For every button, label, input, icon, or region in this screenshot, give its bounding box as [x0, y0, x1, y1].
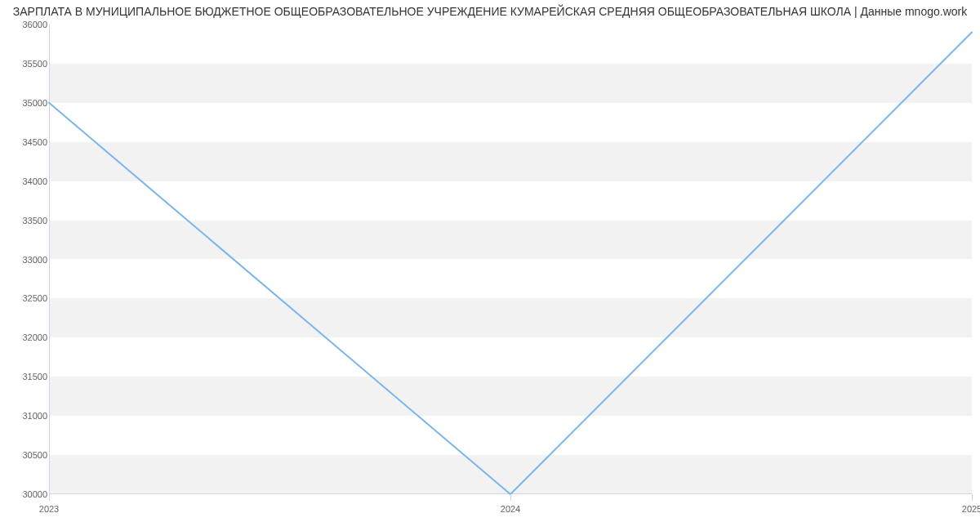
- line-layer: [49, 25, 972, 494]
- y-tick-label: 30000: [7, 489, 47, 499]
- y-tick-label: 31500: [7, 372, 47, 382]
- series-line: [49, 33, 972, 494]
- y-tick-label: 35500: [7, 59, 47, 69]
- y-tick-label: 33500: [7, 216, 47, 225]
- x-tick-label: 2023: [39, 504, 59, 514]
- y-tick-label: 32000: [7, 332, 47, 342]
- x-tick-label: 2024: [501, 504, 520, 514]
- y-tick-label: 36000: [7, 20, 47, 29]
- x-tick: [972, 494, 973, 501]
- x-tick-label: 2025: [962, 504, 980, 514]
- chart-title: ЗАРПЛАТА В МУНИЦИПАЛЬНОЕ БЮДЖЕТНОЕ ОБЩЕО…: [0, 5, 980, 18]
- y-tick-label: 34500: [7, 137, 47, 147]
- x-tick: [49, 494, 50, 501]
- y-tick-label: 32500: [7, 293, 47, 303]
- plot-area: 202320242025: [49, 25, 972, 494]
- y-tick-label: 33000: [7, 255, 47, 265]
- y-tick-label: 34000: [7, 176, 47, 186]
- x-tick: [510, 494, 511, 501]
- chart-container: ЗАРПЛАТА В МУНИЦИПАЛЬНОЕ БЮДЖЕТНОЕ ОБЩЕО…: [0, 0, 980, 531]
- y-tick-label: 30500: [7, 450, 47, 460]
- y-tick-label: 35000: [7, 98, 47, 108]
- y-tick-label: 31000: [7, 411, 47, 421]
